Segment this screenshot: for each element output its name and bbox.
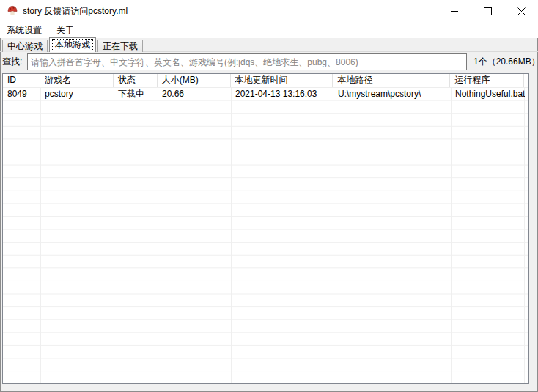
cell-size: 20.66 [158,88,231,100]
cell-run-program: NothingUseful.bat [451,88,525,100]
table-body: 8049 pcstory 下载中 20.66 2021-04-13 13:16:… [3,88,528,383]
gridline-vertical [334,88,334,383]
maximize-button[interactable] [471,0,504,22]
window-title: story 反馈请访问pcstory.ml [23,0,128,22]
column-header-id[interactable]: ID [3,74,40,87]
cell-local-path: U:\mystream\pcstory\ [334,88,451,100]
table-header-row: ID 游戏名 状态 大小(MB) 本地更新时间 本地路径 运行程序 [3,74,528,88]
column-header-run-program[interactable]: 运行程序 [450,74,524,87]
minimize-button[interactable] [438,0,471,22]
menu-item-about[interactable]: 关于 [49,22,81,38]
column-header-game-name[interactable]: 游戏名 [40,74,114,87]
column-header-status[interactable]: 状态 [114,74,158,87]
menu-item-system-settings[interactable]: 系统设置 [0,22,49,38]
item-count-label: 1个（20.66MB） [473,53,538,70]
gridline-vertical [114,88,114,383]
gridline-vertical [158,88,158,383]
games-table: ID 游戏名 状态 大小(MB) 本地更新时间 本地路径 运行程序 8049 p… [2,73,529,384]
column-header-local-path[interactable]: 本地路径 [333,74,450,87]
cell-id: 8049 [3,88,40,100]
tab-strip: 中心游戏 本地游戏 正在下载 [2,37,144,52]
column-header-local-update-time[interactable]: 本地更新时间 [231,74,334,87]
tab-downloading[interactable]: 正在下载 [97,40,143,52]
cell-status: 下载中 [114,88,158,100]
table-row[interactable]: 8049 pcstory 下载中 20.66 2021-04-13 13:16:… [3,88,528,100]
column-header-filler [524,74,528,87]
gridline-vertical [231,88,232,383]
gridline-vertical [451,88,452,383]
app-window: story 反馈请访问pcstory.ml 系统设置 关于 中心游戏 本地游戏 … [0,0,538,392]
close-icon [517,7,526,15]
tab-local-games-label: 本地游戏 [52,39,93,51]
maximize-icon [484,7,492,15]
tab-local-games[interactable]: 本地游戏 [49,37,96,52]
red-mushroom-icon [7,5,18,17]
column-header-size[interactable]: 大小(MB) [158,74,231,87]
cell-game-name: pcstory [40,88,114,100]
search-input[interactable] [27,53,467,70]
cell-local-update-time: 2021-04-13 13:16:03 [231,88,334,100]
gridline-vertical [40,88,41,383]
menu-bar: 系统设置 关于 [0,22,538,38]
title-bar[interactable]: story 反馈请访问pcstory.ml [0,0,538,22]
tab-center-games[interactable]: 中心游戏 [2,40,48,52]
close-button[interactable] [505,0,538,22]
gridline-vertical [524,88,525,383]
search-label: 查找: [2,53,22,70]
minimize-icon [451,11,458,12]
